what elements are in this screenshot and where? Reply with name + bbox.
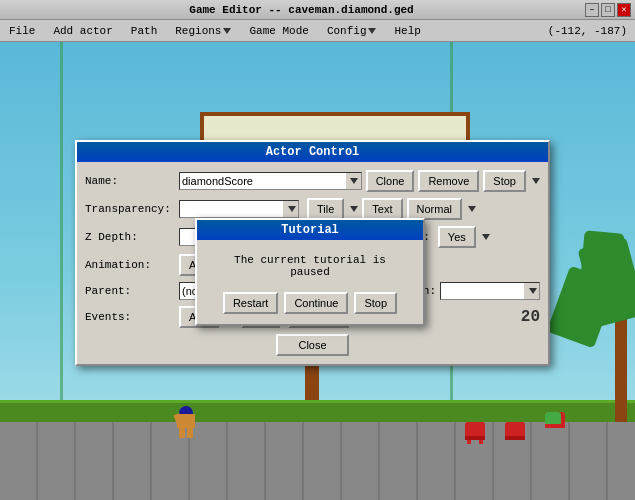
window-title: Game Editor -- caveman.diamond.ged — [18, 4, 585, 16]
ground-decoration — [0, 420, 635, 500]
transparency-dropdown-button[interactable] — [283, 200, 299, 218]
enemy-2 — [505, 422, 525, 438]
actor-dialog-title: Actor Control — [77, 142, 548, 162]
palm-tree — [615, 262, 627, 422]
yes-dropdown-icon — [482, 234, 490, 240]
menu-regions[interactable]: Regions — [166, 20, 240, 41]
menu-config[interactable]: Config — [318, 20, 386, 41]
path-input[interactable] — [440, 282, 524, 300]
tutorial-dialog: Tutorial The current tutorial is paused … — [195, 218, 425, 326]
path-input-group — [440, 282, 540, 300]
config-dropdown-icon — [368, 28, 376, 34]
enemy-1 — [465, 422, 485, 438]
remove-button[interactable]: Remove — [418, 170, 479, 192]
vert-line-1 — [60, 42, 63, 412]
path-dropdown-icon — [529, 288, 537, 294]
name-input-group — [179, 172, 362, 190]
path-dropdown-button[interactable] — [524, 282, 540, 300]
restart-button[interactable]: Restart — [223, 292, 278, 314]
transparency-dropdown-icon — [288, 206, 296, 212]
parent-label: Parent: — [85, 285, 175, 297]
tutorial-message: The current tutorial is paused — [209, 250, 411, 282]
normal-button[interactable]: Normal — [407, 198, 462, 220]
zdepth-label: Z Depth: — [85, 231, 175, 243]
menu-file[interactable]: File — [0, 20, 44, 41]
tile-dropdown-icon — [350, 206, 358, 212]
transparency-input-group — [179, 200, 299, 218]
player-character — [175, 406, 197, 438]
tutorial-stop-button[interactable]: Stop — [354, 292, 397, 314]
enemy-3 — [545, 412, 565, 428]
clone-button[interactable]: Clone — [366, 170, 415, 192]
event-count-badge: 20 — [521, 308, 540, 326]
animation-label: Animation: — [85, 259, 175, 271]
close-button[interactable]: ✕ — [617, 3, 631, 17]
stop-button[interactable]: Stop — [483, 170, 526, 192]
text-button[interactable]: Text — [362, 198, 402, 220]
tile-button[interactable]: Tile — [307, 198, 344, 220]
name-dropdown-button[interactable] — [346, 172, 362, 190]
titlebar-icon — [4, 3, 18, 17]
menu-add-actor[interactable]: Add actor — [44, 20, 121, 41]
title-bar: Game Editor -- caveman.diamond.ged – □ ✕ — [0, 0, 635, 20]
menu-help[interactable]: Help — [385, 20, 429, 41]
close-button[interactable]: Close — [276, 334, 348, 356]
transparency-label: Transparency: — [85, 203, 175, 215]
normal-dropdown-icon — [468, 206, 476, 212]
name-input[interactable] — [179, 172, 346, 190]
minimize-button[interactable]: – — [585, 3, 599, 17]
maximize-button[interactable]: □ — [601, 3, 615, 17]
coordinates-display: (-112, -187) — [548, 25, 635, 37]
tutorial-dialog-title: Tutorial — [197, 220, 423, 240]
events-label: Events: — [85, 311, 175, 323]
regions-dropdown-icon — [223, 28, 231, 34]
continue-button[interactable]: Continue — [284, 292, 348, 314]
name-dropdown-icon — [350, 178, 358, 184]
name-label: Name: — [85, 175, 175, 187]
menu-game-mode[interactable]: Game Mode — [240, 20, 317, 41]
stop-dropdown-icon — [532, 178, 540, 184]
ground-top-green — [0, 400, 635, 422]
menu-path[interactable]: Path — [122, 20, 166, 41]
menu-bar: File Add actor Path Regions Game Mode Co… — [0, 20, 635, 42]
yes-button[interactable]: Yes — [438, 226, 476, 248]
transparency-input[interactable] — [179, 200, 283, 218]
